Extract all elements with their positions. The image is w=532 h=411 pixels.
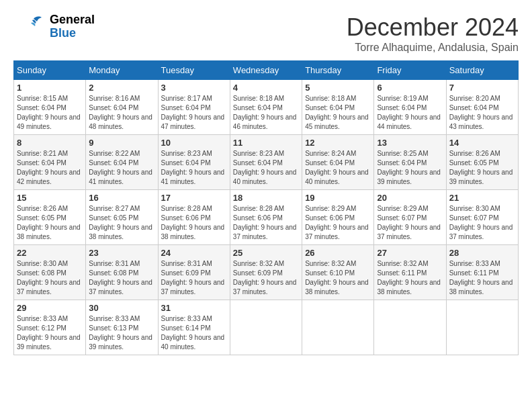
weekday-header: Sunday	[14, 61, 86, 80]
weekday-header: Thursday	[302, 61, 374, 80]
day-number: 17	[161, 193, 227, 203]
day-info: Sunrise: 8:32 AMSunset: 6:09 PMDaylight:…	[233, 259, 299, 297]
calendar-cell: 4Sunrise: 8:18 AMSunset: 6:04 PMDaylight…	[230, 80, 302, 135]
day-info: Sunrise: 8:33 AMSunset: 6:13 PMDaylight:…	[89, 314, 154, 352]
calendar-cell: 31Sunrise: 8:33 AMSunset: 6:14 PMDayligh…	[158, 300, 230, 355]
calendar-cell	[374, 300, 446, 355]
day-info: Sunrise: 8:18 AMSunset: 6:04 PMDaylight:…	[305, 94, 371, 132]
day-info: Sunrise: 8:32 AMSunset: 6:11 PMDaylight:…	[377, 259, 443, 297]
logo-blue: Blue	[50, 27, 95, 40]
weekday-header: Wednesday	[230, 61, 302, 80]
calendar-cell: 17Sunrise: 8:28 AMSunset: 6:06 PMDayligh…	[158, 190, 230, 245]
calendar-cell: 30Sunrise: 8:33 AMSunset: 6:13 PMDayligh…	[86, 300, 158, 355]
logo-icon	[13, 13, 47, 40]
calendar-cell: 1Sunrise: 8:15 AMSunset: 6:04 PMDaylight…	[14, 80, 86, 135]
calendar-cell: 16Sunrise: 8:27 AMSunset: 6:05 PMDayligh…	[86, 190, 158, 245]
calendar-cell: 20Sunrise: 8:29 AMSunset: 6:07 PMDayligh…	[374, 190, 446, 245]
weekday-header: Saturday	[446, 61, 518, 80]
calendar-cell: 12Sunrise: 8:24 AMSunset: 6:04 PMDayligh…	[302, 135, 374, 190]
calendar-cell	[302, 300, 374, 355]
calendar-cell: 18Sunrise: 8:28 AMSunset: 6:06 PMDayligh…	[230, 190, 302, 245]
day-info: Sunrise: 8:29 AMSunset: 6:07 PMDaylight:…	[377, 204, 443, 242]
day-info: Sunrise: 8:28 AMSunset: 6:06 PMDaylight:…	[161, 204, 227, 242]
day-info: Sunrise: 8:31 AMSunset: 6:08 PMDaylight:…	[89, 259, 154, 297]
calendar-cell: 14Sunrise: 8:26 AMSunset: 6:05 PMDayligh…	[446, 135, 518, 190]
title-section: December 2024 Torre Alhaquime, Andalusia…	[347, 13, 519, 54]
day-number: 28	[449, 248, 515, 258]
day-number: 19	[305, 193, 371, 203]
day-info: Sunrise: 8:30 AMSunset: 6:08 PMDaylight:…	[17, 259, 83, 297]
day-info: Sunrise: 8:25 AMSunset: 6:04 PMDaylight:…	[377, 149, 443, 187]
logo: General Blue	[13, 13, 95, 40]
day-info: Sunrise: 8:18 AMSunset: 6:04 PMDaylight:…	[233, 94, 299, 132]
logo-text: General Blue	[50, 13, 95, 40]
weekday-header: Monday	[86, 61, 158, 80]
day-info: Sunrise: 8:28 AMSunset: 6:06 PMDaylight:…	[233, 204, 299, 242]
calendar-cell	[446, 300, 518, 355]
day-info: Sunrise: 8:19 AMSunset: 6:04 PMDaylight:…	[377, 94, 443, 132]
day-number: 23	[89, 248, 154, 258]
day-number: 10	[161, 138, 227, 148]
day-info: Sunrise: 8:22 AMSunset: 6:04 PMDaylight:…	[89, 149, 154, 187]
day-info: Sunrise: 8:33 AMSunset: 6:12 PMDaylight:…	[17, 314, 83, 352]
day-info: Sunrise: 8:31 AMSunset: 6:09 PMDaylight:…	[161, 259, 227, 297]
calendar-cell: 11Sunrise: 8:23 AMSunset: 6:04 PMDayligh…	[230, 135, 302, 190]
day-number: 31	[161, 303, 227, 313]
calendar-cell: 26Sunrise: 8:32 AMSunset: 6:10 PMDayligh…	[302, 245, 374, 300]
day-info: Sunrise: 8:16 AMSunset: 6:04 PMDaylight:…	[89, 94, 154, 132]
day-info: Sunrise: 8:30 AMSunset: 6:07 PMDaylight:…	[449, 204, 515, 242]
calendar-week-row: 8Sunrise: 8:21 AMSunset: 6:04 PMDaylight…	[14, 135, 519, 190]
location: Torre Alhaquime, Andalusia, Spain	[347, 42, 519, 54]
day-number: 6	[377, 83, 443, 93]
calendar-cell: 29Sunrise: 8:33 AMSunset: 6:12 PMDayligh…	[14, 300, 86, 355]
calendar-cell: 19Sunrise: 8:29 AMSunset: 6:06 PMDayligh…	[302, 190, 374, 245]
day-number: 13	[377, 138, 443, 148]
day-info: Sunrise: 8:26 AMSunset: 6:05 PMDaylight:…	[449, 149, 515, 187]
day-info: Sunrise: 8:15 AMSunset: 6:04 PMDaylight:…	[17, 94, 83, 132]
calendar-cell: 6Sunrise: 8:19 AMSunset: 6:04 PMDaylight…	[374, 80, 446, 135]
day-number: 5	[305, 83, 371, 93]
day-number: 14	[449, 138, 515, 148]
calendar-cell: 5Sunrise: 8:18 AMSunset: 6:04 PMDaylight…	[302, 80, 374, 135]
calendar-cell	[230, 300, 302, 355]
calendar-cell: 9Sunrise: 8:22 AMSunset: 6:04 PMDaylight…	[86, 135, 158, 190]
calendar-cell: 23Sunrise: 8:31 AMSunset: 6:08 PMDayligh…	[86, 245, 158, 300]
calendar-week-row: 29Sunrise: 8:33 AMSunset: 6:12 PMDayligh…	[14, 300, 519, 355]
day-number: 15	[17, 193, 83, 203]
calendar-week-row: 22Sunrise: 8:30 AMSunset: 6:08 PMDayligh…	[14, 245, 519, 300]
day-number: 3	[161, 83, 227, 93]
calendar-cell: 25Sunrise: 8:32 AMSunset: 6:09 PMDayligh…	[230, 245, 302, 300]
day-number: 16	[89, 193, 154, 203]
day-number: 25	[233, 248, 299, 258]
day-info: Sunrise: 8:17 AMSunset: 6:04 PMDaylight:…	[161, 94, 227, 132]
calendar-cell: 22Sunrise: 8:30 AMSunset: 6:08 PMDayligh…	[14, 245, 86, 300]
page-header: General Blue December 2024 Torre Alhaqui…	[13, 13, 519, 54]
calendar-header-row: SundayMondayTuesdayWednesdayThursdayFrid…	[14, 61, 519, 80]
calendar-cell: 8Sunrise: 8:21 AMSunset: 6:04 PMDaylight…	[14, 135, 86, 190]
day-number: 1	[17, 83, 83, 93]
calendar-cell: 2Sunrise: 8:16 AMSunset: 6:04 PMDaylight…	[86, 80, 158, 135]
weekday-header: Tuesday	[158, 61, 230, 80]
calendar-cell: 27Sunrise: 8:32 AMSunset: 6:11 PMDayligh…	[374, 245, 446, 300]
day-number: 30	[89, 303, 154, 313]
day-number: 18	[233, 193, 299, 203]
logo-general: General	[50, 13, 95, 27]
day-number: 9	[89, 138, 154, 148]
calendar-cell: 24Sunrise: 8:31 AMSunset: 6:09 PMDayligh…	[158, 245, 230, 300]
day-number: 4	[233, 83, 299, 93]
day-info: Sunrise: 8:20 AMSunset: 6:04 PMDaylight:…	[449, 94, 515, 132]
day-info: Sunrise: 8:33 AMSunset: 6:14 PMDaylight:…	[161, 314, 227, 352]
day-info: Sunrise: 8:21 AMSunset: 6:04 PMDaylight:…	[17, 149, 83, 187]
day-number: 29	[17, 303, 83, 313]
day-info: Sunrise: 8:33 AMSunset: 6:11 PMDaylight:…	[449, 259, 515, 297]
day-info: Sunrise: 8:32 AMSunset: 6:10 PMDaylight:…	[305, 259, 371, 297]
day-info: Sunrise: 8:23 AMSunset: 6:04 PMDaylight:…	[161, 149, 227, 187]
day-info: Sunrise: 8:24 AMSunset: 6:04 PMDaylight:…	[305, 149, 371, 187]
day-number: 8	[17, 138, 83, 148]
day-info: Sunrise: 8:27 AMSunset: 6:05 PMDaylight:…	[89, 204, 154, 242]
day-number: 27	[377, 248, 443, 258]
calendar-table: SundayMondayTuesdayWednesdayThursdayFrid…	[13, 60, 519, 355]
day-number: 11	[233, 138, 299, 148]
calendar-week-row: 15Sunrise: 8:26 AMSunset: 6:05 PMDayligh…	[14, 190, 519, 245]
calendar-cell: 21Sunrise: 8:30 AMSunset: 6:07 PMDayligh…	[446, 190, 518, 245]
